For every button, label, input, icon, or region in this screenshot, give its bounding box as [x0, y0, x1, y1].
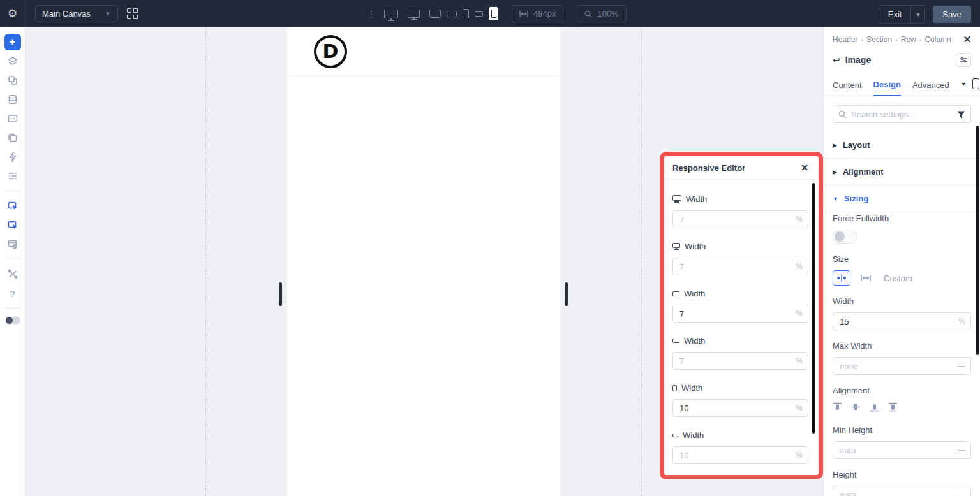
database-icon[interactable]	[4, 91, 21, 108]
tab-design[interactable]: Design	[873, 76, 901, 96]
bolt-icon[interactable]	[4, 149, 21, 165]
responsive-width-row: Width %	[672, 430, 808, 464]
breadcrumb-header[interactable]: Header	[833, 35, 858, 44]
width-input[interactable]	[833, 312, 971, 330]
zoom-input[interactable]: 100%	[577, 5, 626, 22]
responsive-width-row: Width %	[672, 478, 808, 479]
sidebar-divider	[6, 308, 20, 309]
section-layout[interactable]: ▶ Layout	[824, 132, 980, 158]
layout-grid-icon[interactable]	[127, 8, 138, 19]
sidebar-divider	[6, 191, 20, 191]
panel-close-icon[interactable]: ✕	[963, 34, 971, 45]
unit-label: %	[796, 356, 803, 365]
design-presets-icon[interactable]	[4, 72, 21, 89]
device-phone-landscape-icon	[672, 434, 678, 437]
canvas-select-value: Main Canvas	[42, 9, 91, 18]
device-phone-landscape-icon[interactable]	[475, 11, 483, 17]
theme-toggle[interactable]	[5, 316, 20, 325]
chevron-down-icon: ▼	[105, 10, 111, 17]
modal-scrollbar[interactable]	[812, 183, 815, 434]
tab-advanced[interactable]: Advanced	[912, 77, 949, 96]
chevron-right-icon: ▶	[833, 142, 837, 149]
add-module-button[interactable]: +	[4, 34, 21, 50]
unit-label: %	[796, 404, 803, 412]
width-label: Width	[681, 383, 702, 393]
width-input-desktop[interactable]	[672, 258, 808, 275]
interaction-click-icon[interactable]	[4, 198, 21, 214]
align-stretch-icon[interactable]	[888, 402, 898, 414]
page-header-section[interactable]: D	[287, 27, 560, 77]
breadcrumb-column[interactable]: Column	[924, 35, 951, 44]
preview-width-input[interactable]: 484px	[512, 5, 563, 22]
left-sidebar: + ?	[0, 27, 26, 496]
width-input-laptop[interactable]	[672, 305, 808, 323]
device-tablet-portrait-icon[interactable]	[463, 9, 469, 18]
device-desktop-xl-icon	[672, 195, 681, 201]
width-input-phone-landscape[interactable]	[672, 446, 808, 464]
width-label: Width	[685, 242, 706, 251]
align-bottom-icon[interactable]	[870, 402, 879, 414]
search-settings-input[interactable]	[833, 105, 971, 123]
pages-copy-icon[interactable]	[4, 129, 21, 146]
site-logo[interactable]: D	[314, 35, 347, 68]
chevron-right-icon: ▶	[833, 169, 837, 175]
tools-icon[interactable]	[4, 266, 21, 282]
preview-page[interactable]: D	[287, 27, 560, 496]
breadcrumb-section[interactable]: Section	[866, 35, 892, 44]
modal-close-icon[interactable]: ✕	[801, 163, 808, 173]
canvas-guide-line	[641, 27, 642, 496]
width-label: Width	[686, 194, 707, 204]
wireframe-list-icon[interactable]	[4, 168, 21, 184]
sliders-icon[interactable]	[956, 53, 971, 67]
align-top-icon[interactable]	[833, 402, 842, 414]
device-tablet-landscape-icon[interactable]	[447, 11, 457, 17]
section-alignment[interactable]: ▶ Alignment	[824, 158, 980, 185]
size-custom-label[interactable]: Custom	[884, 274, 912, 283]
size-fit-button[interactable]	[833, 270, 850, 286]
width-label: Width	[833, 296, 971, 306]
filter-funnel-icon[interactable]	[957, 110, 965, 121]
window-settings-icon[interactable]	[4, 236, 21, 252]
panel-scrollbar[interactable]	[976, 126, 979, 355]
responsive-phone-icon[interactable]	[972, 78, 979, 89]
force-fullwidth-toggle[interactable]	[833, 230, 857, 244]
breadcrumb-row[interactable]: Row	[901, 35, 916, 44]
form-card-icon[interactable]	[4, 110, 21, 127]
device-laptop-icon[interactable]	[429, 10, 441, 18]
drag-handle-icon[interactable]: ⋮	[367, 9, 376, 19]
settings-search	[833, 105, 971, 123]
force-fullwidth-label: Force Fullwidth	[833, 214, 971, 223]
settings-gear-cell[interactable]: ⚙	[0, 0, 26, 27]
save-button[interactable]: Save	[933, 6, 971, 23]
back-arrow-icon[interactable]: ↩	[833, 55, 840, 65]
device-desktop-icon[interactable]	[408, 10, 420, 18]
exit-options-chevron[interactable]: ▼	[910, 6, 924, 23]
width-label: Width	[684, 336, 705, 346]
exit-button[interactable]: Exit	[879, 6, 911, 23]
canvas-select-dropdown[interactable]: Main Canvas ▼	[35, 5, 118, 22]
resize-handle-left[interactable]	[279, 282, 282, 306]
help-icon[interactable]: ?	[4, 285, 21, 302]
chevron-down-icon: ▼	[833, 196, 838, 202]
section-sizing[interactable]: ▼ Sizing	[824, 185, 980, 212]
tab-content[interactable]: Content	[833, 77, 862, 96]
device-phone-portrait-icon-active[interactable]	[489, 7, 498, 20]
width-input-tablet-portrait[interactable]	[672, 399, 808, 417]
height-input[interactable]	[833, 486, 971, 496]
unit-dash-icon: —	[958, 446, 965, 455]
device-desktop-xl-icon[interactable]	[384, 10, 398, 18]
min-height-input[interactable]	[833, 441, 971, 459]
max-width-input[interactable]	[833, 357, 971, 375]
layers-icon[interactable]	[4, 53, 21, 69]
width-input-desktop-xl[interactable]	[672, 210, 808, 228]
interaction-multi-icon[interactable]	[4, 217, 21, 233]
align-middle-icon[interactable]	[851, 402, 861, 414]
width-label: Width	[683, 430, 704, 440]
height-label: Height	[833, 470, 971, 479]
resize-handle-right[interactable]	[565, 282, 568, 306]
size-fill-button[interactable]	[857, 270, 875, 286]
width-input-tablet-landscape[interactable]	[672, 352, 808, 370]
width-label: Width	[681, 478, 702, 479]
tabs-more-chevron-icon[interactable]: ▼	[961, 81, 967, 87]
responsive-width-row: Width %	[672, 194, 808, 228]
